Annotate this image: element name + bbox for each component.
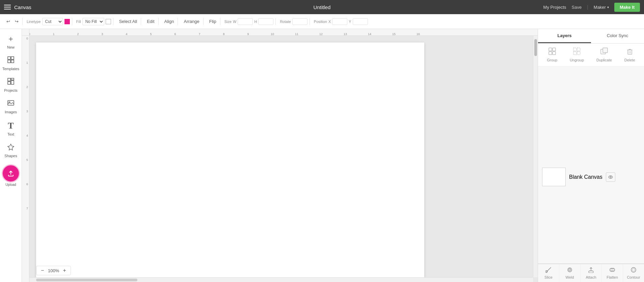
attach-button[interactable]: Attach (581, 264, 602, 282)
rotate-input[interactable] (292, 18, 307, 25)
ruler-mark-10: 10 (271, 32, 274, 36)
x-input[interactable] (332, 18, 347, 25)
canvas-body: 0 1 2 3 4 5 6 7 (22, 36, 538, 282)
sidebar-item-shapes[interactable]: Shapes (0, 140, 22, 161)
svg-rect-14 (553, 52, 556, 55)
sidebar-item-templates[interactable]: Templates (0, 53, 22, 74)
shapes-icon (7, 143, 15, 152)
hamburger-menu-icon[interactable] (4, 5, 11, 9)
upload-icon (7, 170, 15, 177)
ruler-marks: 0 1 2 3 4 5 6 7 8 9 10 11 12 13 14 15 16 (29, 29, 538, 36)
y-input[interactable] (353, 18, 368, 25)
right-panel-bottom: Slice Weld (538, 263, 644, 282)
ruler-mark-15: 15 (392, 32, 396, 36)
canvas-white[interactable] (36, 43, 424, 282)
sidebar-item-text[interactable]: T Text (0, 117, 22, 140)
x-label: X (328, 20, 331, 24)
maker-chevron-icon: ▾ (607, 5, 609, 9)
edit-button[interactable]: Edit (145, 18, 156, 25)
flatten-button[interactable]: Flatten (602, 264, 623, 282)
toolbar-edit-group: Edit (143, 18, 158, 25)
width-input[interactable] (238, 18, 253, 25)
linetype-color-swatch[interactable] (64, 19, 70, 24)
sidebar-new-label: New (7, 45, 15, 49)
ruler-mark-2: 2 (77, 32, 79, 36)
sidebar-projects-label: Projects (4, 88, 18, 92)
maker-dropdown[interactable]: Maker ▾ (594, 5, 609, 10)
sidebar-item-upload[interactable] (3, 165, 19, 181)
redo-button[interactable]: ↪ (13, 18, 20, 25)
flip-button[interactable]: Flip (208, 18, 218, 25)
ruler-mark-5: 5 (150, 32, 152, 36)
maker-label: Maker (594, 5, 606, 10)
ruler-mark-6: 6 (174, 32, 176, 36)
layer-actions: Group Ungroup (538, 44, 644, 66)
y-label: Y (349, 20, 351, 24)
height-label: H (254, 20, 257, 24)
scroll-track[interactable] (36, 279, 137, 281)
arrange-button[interactable]: Arrange (182, 18, 201, 25)
svg-rect-1 (11, 57, 14, 59)
zoom-in-button[interactable]: + (61, 267, 68, 274)
ruler-mark-0: 0 (29, 32, 30, 36)
canvas-area[interactable]: 0 1 2 3 4 5 6 7 8 9 10 11 12 13 14 15 16 (22, 29, 538, 282)
images-icon (7, 99, 15, 109)
ungroup-icon (573, 48, 581, 57)
sidebar-item-projects[interactable]: Projects (0, 74, 22, 96)
tab-color-sync[interactable]: Color Sync (591, 29, 644, 43)
tab-layers[interactable]: Layers (538, 29, 591, 43)
ungroup-button[interactable]: Ungroup (567, 46, 587, 63)
ruler-left-7: 7 (22, 207, 29, 210)
sidebar-item-images[interactable]: Images (0, 96, 22, 117)
attach-label: Attach (586, 275, 596, 279)
svg-rect-3 (11, 60, 14, 63)
ungroup-label: Ungroup (570, 58, 584, 62)
toolbar-linetype-group: Linetype Cut Score Draw (25, 18, 72, 25)
ruler-left: 0 1 2 3 4 5 6 7 (22, 36, 29, 282)
svg-point-29 (569, 269, 571, 271)
document-title[interactable]: Untitled (314, 4, 331, 10)
ruler-mark-8: 8 (223, 32, 224, 36)
height-input[interactable] (258, 18, 273, 25)
save-button[interactable]: Save (572, 5, 582, 10)
toolbar-position-group: Position X Y (312, 18, 370, 25)
sidebar-upload-label: Upload (5, 183, 16, 187)
align-button[interactable]: Align (163, 18, 176, 25)
undo-button[interactable]: ↩ (5, 18, 12, 25)
right-panel-tabs: Layers Color Sync (538, 29, 644, 44)
svg-rect-0 (8, 57, 10, 59)
sidebar-images-label: Images (5, 110, 17, 114)
toolbar-history-group: ↩ ↪ (3, 18, 23, 25)
text-icon: T (8, 121, 14, 131)
canvas-scroll-area[interactable]: − 100% + (29, 36, 538, 282)
delete-button[interactable]: Delete (622, 46, 638, 63)
fill-select[interactable]: No Fill Fill (82, 18, 104, 25)
group-label: Group (547, 58, 557, 62)
select-all-button[interactable]: Select All (117, 18, 139, 25)
linetype-select[interactable]: Cut Score Draw (42, 18, 63, 25)
make-it-button[interactable]: Make It (614, 3, 640, 12)
toolbar-fill-group: Fill No Fill Fill (74, 18, 113, 25)
weld-button[interactable]: Weld (559, 264, 581, 282)
fill-color-swatch[interactable] (106, 19, 111, 24)
duplicate-button[interactable]: Duplicate (594, 46, 615, 63)
ruler-mark-1: 1 (53, 32, 54, 36)
ruler-top: 0 1 2 3 4 5 6 7 8 9 10 11 12 13 14 15 16 (22, 29, 538, 36)
contour-button[interactable]: Contour (623, 264, 644, 282)
scroll-right[interactable] (533, 36, 538, 277)
sidebar-item-upload-wrapper: Upload (3, 164, 19, 187)
group-icon (548, 48, 556, 57)
my-projects-button[interactable]: My Projects (543, 5, 566, 10)
bottom-tools: Slice Weld (538, 264, 644, 282)
flatten-icon (609, 267, 615, 274)
ruler-mark-3: 3 (101, 32, 103, 36)
scroll-bottom[interactable] (29, 277, 533, 282)
svg-rect-18 (577, 52, 580, 55)
slice-button[interactable]: Slice (538, 264, 559, 282)
zoom-out-button[interactable]: − (39, 267, 46, 274)
group-button[interactable]: Group (544, 46, 560, 63)
ruler-mark-9: 9 (247, 32, 249, 36)
sidebar-item-new[interactable]: ＋ New (0, 30, 22, 53)
canvas-visibility-button[interactable] (606, 172, 615, 182)
ruler-mark-7: 7 (198, 32, 200, 36)
